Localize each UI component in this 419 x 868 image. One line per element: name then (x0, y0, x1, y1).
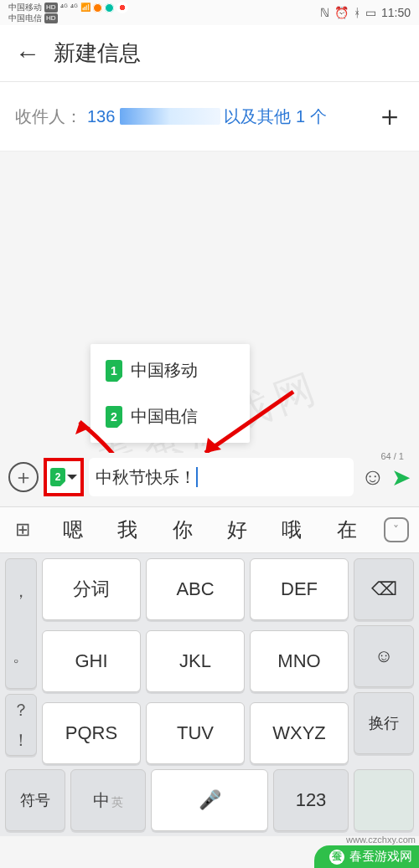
key-fenci[interactable]: 分词 (42, 558, 141, 620)
nfc-icon: ℕ (320, 6, 329, 19)
key-mno[interactable]: MNO (250, 630, 349, 692)
suggestion-6[interactable]: 在 (319, 507, 374, 552)
carrier-1: 中国移动 (8, 3, 42, 13)
punct-column-2[interactable]: ？ ！ (5, 694, 37, 756)
sim-current-badge: 2 (50, 468, 65, 486)
key-enter-bottom[interactable] (354, 769, 414, 831)
key-language[interactable]: 中英 (70, 769, 146, 831)
sim-selector-popup: 1 中国移动 2 中国电信 (91, 344, 250, 443)
dropdown-icon (67, 475, 77, 485)
sim-name-1: 中国移动 (131, 359, 198, 382)
suggestion-bar: ⊞ 嗯 我 你 好 哦 在 ˅ (0, 506, 419, 553)
key-pqrs[interactable]: PQRS (42, 702, 141, 764)
sim-select-button[interactable]: 2 (44, 458, 84, 496)
add-recipient-button[interactable]: ＋ (375, 97, 404, 136)
attach-button[interactable]: ＋ (8, 462, 39, 492)
battery-icon: ▭ (365, 6, 376, 19)
bluetooth-icon: ᚼ (354, 6, 360, 19)
sim-badge-2: 2 (106, 406, 122, 428)
key-def[interactable]: DEF (250, 558, 349, 620)
sim-option-2[interactable]: 2 中国电信 (91, 393, 250, 439)
notification-dot-teal (105, 3, 114, 13)
sim-option-1[interactable]: 1 中国移动 (91, 347, 250, 393)
suggestion-4[interactable]: 好 (210, 507, 264, 552)
suggestion-3[interactable]: 你 (155, 507, 210, 552)
recipient-number: 136 (87, 107, 115, 126)
key-symbols[interactable]: 符号 (5, 769, 65, 831)
key-ghi[interactable]: GHI (42, 630, 141, 692)
huawei-icon (116, 2, 128, 13)
backspace-icon: ⌫ (371, 578, 397, 600)
text-cursor (196, 467, 198, 487)
send-button[interactable]: ➤ (391, 464, 411, 491)
hd-badge-2: HD (44, 13, 58, 23)
compose-row: 64 / 1 ＋ 2 中秋节快乐！ ☺ ➤ (0, 453, 419, 506)
message-body-area: 春蚕游戏网 1 中国移动 2 中国电信 (0, 152, 419, 453)
page-title: 新建信息 (54, 39, 141, 68)
notification-dot-orange (93, 3, 102, 13)
recipient-other: 以及其他 1 个 (224, 105, 326, 128)
brand-url: www.czchxy.com (346, 835, 416, 845)
recipient-redacted (120, 108, 220, 125)
key-123[interactable]: 123 (273, 769, 349, 831)
key-abc[interactable]: ABC (146, 558, 245, 620)
sim-badge-1: 1 (106, 360, 122, 382)
suggestion-1[interactable]: 嗯 (45, 507, 100, 552)
key-emoji[interactable]: ☺ (354, 625, 414, 687)
key-space[interactable]: 🎤 (151, 769, 268, 831)
key-backspace[interactable]: ⌫ (354, 558, 414, 620)
punct-column[interactable]: ， 。 (5, 558, 37, 689)
recipient-label: 收件人： (15, 105, 82, 128)
clock: 11:50 (381, 6, 411, 19)
hd-badge: HD (44, 3, 58, 13)
key-jkl[interactable]: JKL (146, 630, 245, 692)
brand-tag: 蚕 春蚕游戏网 (314, 845, 419, 868)
suggestion-5[interactable]: 哦 (264, 507, 318, 552)
message-text: 中秋节快乐！ (96, 466, 196, 489)
emoji-button[interactable]: ☺ (360, 464, 385, 490)
signal-4g-2: ⁴ᴳ (70, 3, 78, 13)
app-grid-icon[interactable]: ⊞ (0, 507, 45, 552)
header: ← 新建信息 (0, 25, 419, 82)
carrier-2: 中国电信 (8, 13, 42, 23)
status-bar: 中国移动 HD ⁴ᴳ ⁴ᴳ 📶 中国电信 HD ℕ ⏰ ᚼ ▭ 11:50 (0, 0, 419, 25)
keyboard-toggle[interactable]: ˅ (374, 507, 419, 552)
signal-4g-1: ⁴ᴳ (60, 3, 68, 13)
recipient-row[interactable]: 收件人： 136 以及其他 1 个 ＋ (0, 82, 419, 152)
key-tuv[interactable]: TUV (146, 702, 245, 764)
key-wxyz[interactable]: WXYZ (250, 702, 349, 764)
message-input[interactable]: 中秋节快乐！ (89, 458, 354, 496)
char-counter: 64 / 1 (380, 451, 404, 461)
key-enter[interactable]: 换行 (354, 692, 414, 754)
wifi-icon: 📶 (80, 3, 91, 13)
brand-icon: 蚕 (329, 850, 344, 865)
alarm-icon: ⏰ (334, 6, 349, 19)
sim-name-2: 中国电信 (131, 405, 198, 428)
suggestion-2[interactable]: 我 (100, 507, 154, 552)
emoji-icon: ☺ (375, 645, 393, 667)
back-button[interactable]: ← (15, 39, 54, 68)
mic-icon: 🎤 (199, 789, 221, 811)
keyboard: ， 。 ？ ！ 分词 ABC DEF GHI JKL MNO PQRS TUV (0, 553, 419, 836)
